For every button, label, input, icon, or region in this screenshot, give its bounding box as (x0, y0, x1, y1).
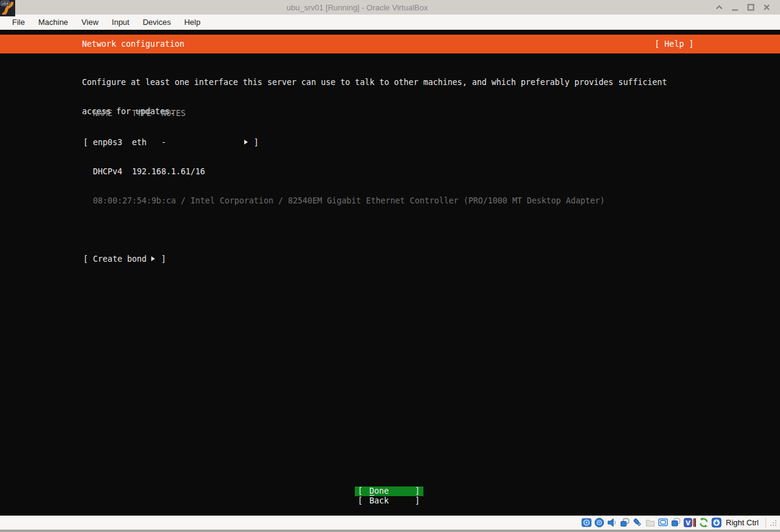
shared-folders-icon[interactable] (645, 517, 656, 528)
menu-view[interactable]: View (75, 16, 105, 29)
done-label: Done (369, 486, 389, 496)
titlebar[interactable]: x64 ubu_srv01 [Running] - Oracle Virtual… (0, 0, 780, 15)
submenu-arrow-icon (244, 138, 249, 148)
host-key-label: Right Ctrl (726, 518, 759, 527)
svg-text:V: V (685, 520, 690, 527)
create-bond-text: [ Create bond (83, 254, 151, 264)
hard-disks-icon[interactable] (581, 517, 592, 528)
vm-icon-arch-badge: x64 (1, 1, 10, 6)
audio-icon[interactable] (607, 517, 618, 528)
menu-input[interactable]: Input (105, 16, 136, 29)
interface-dhcp-row: DHCPv4 192.168.1.61/16 (83, 167, 605, 177)
blank-line (83, 225, 605, 235)
nic-list: NAME TYPE NOTES [ enp0s3 eth - ] DHCPv4 … (83, 89, 605, 284)
menu-file[interactable]: File (6, 16, 32, 29)
statusbar: V Right Ctrl (0, 516, 780, 532)
minimize-button[interactable] (730, 2, 740, 12)
mouse-integration-icon[interactable] (699, 517, 710, 528)
window-title: ubu_srv01 [Running] - Oracle VirtualBox (0, 3, 714, 12)
usb-icon[interactable] (632, 517, 643, 528)
done-close-bracket: ] (415, 486, 423, 496)
menu-devices[interactable]: Devices (136, 16, 177, 29)
help-button[interactable]: [ Help ] (655, 39, 694, 49)
keyboard-icon[interactable] (711, 517, 722, 528)
done-open-bracket: [ (355, 486, 363, 496)
menu-machine[interactable]: Machine (32, 16, 75, 29)
shade-button[interactable] (714, 2, 724, 12)
recording-icon[interactable] (671, 517, 682, 528)
resize-grip[interactable] (769, 519, 778, 527)
menubar: File Machine View Input Devices Help (0, 15, 780, 30)
menu-help[interactable]: Help (177, 16, 207, 29)
interface-row-text: [ enp0s3 eth - (83, 138, 244, 147)
network-icon[interactable] (620, 517, 631, 528)
nic-table-header: NAME TYPE NOTES (83, 109, 605, 118)
virtualbox-window: x64 ubu_srv01 [Running] - Oracle Virtual… (0, 0, 780, 532)
optical-drives-icon[interactable] (594, 517, 605, 528)
back-label: Back (369, 496, 389, 506)
back-open-bracket: [ (355, 496, 363, 506)
display-icon[interactable] (658, 517, 669, 528)
maximize-button[interactable] (746, 2, 756, 12)
statusbar-separator (765, 518, 766, 528)
create-bond-bracket: ] (156, 254, 166, 264)
done-button[interactable]: [ Done ] (355, 486, 423, 496)
interface-row[interactable]: [ enp0s3 eth - ] (83, 138, 605, 148)
installer-header-bar: Network configuration [ Help ] (0, 35, 780, 53)
interface-row-bracket: ] (249, 138, 259, 147)
installer-page-title: Network configuration (82, 39, 185, 49)
window-controls (714, 2, 780, 12)
interface-mac-row: 08:00:27:54:9b:ca / Intel Corporation / … (83, 196, 605, 206)
features-icon[interactable]: V (683, 517, 697, 528)
back-button[interactable]: [ Back ] (355, 496, 423, 506)
close-button[interactable] (762, 2, 771, 12)
create-bond-button[interactable]: [ Create bond ] (83, 254, 605, 264)
vm-display[interactable]: Network configuration [ Help ] Configure… (0, 30, 780, 516)
intro-line-1: Configure at least one interface this se… (82, 78, 667, 87)
vm-window-icon: x64 (0, 0, 15, 16)
back-close-bracket: ] (415, 496, 423, 506)
